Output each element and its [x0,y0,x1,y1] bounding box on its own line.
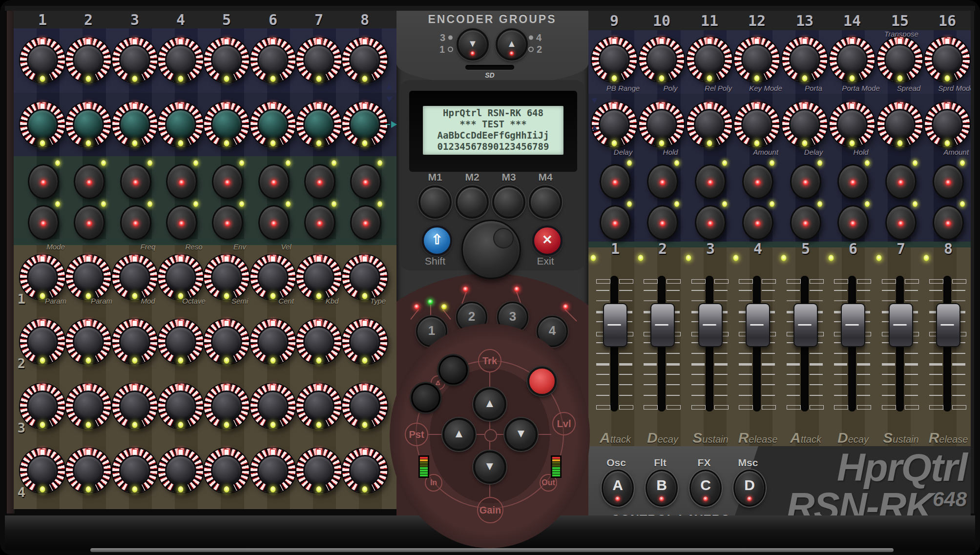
encoder-knob[interactable] [250,102,295,147]
encoder-knob[interactable] [877,102,922,147]
push-button[interactable] [641,160,682,198]
encoder-knob[interactable] [296,384,341,429]
encoder-knob[interactable] [342,255,387,300]
encoder-knob[interactable] [112,319,157,364]
encoder-knob[interactable] [158,384,203,429]
encoder-knob[interactable] [296,255,341,300]
encoder-knob[interactable] [112,38,157,82]
encoder-knob[interactable] [830,37,875,82]
push-button[interactable] [879,201,920,239]
layer-button-d[interactable]: D [733,470,766,507]
nav-encoder-b[interactable] [411,383,440,412]
layer-button-c[interactable]: C [689,470,722,507]
encoder-knob[interactable] [158,102,203,147]
record-red-button[interactable] [527,367,557,396]
fader-cap[interactable] [793,303,818,347]
encoder-knob[interactable] [20,319,65,364]
encoder-knob[interactable] [342,38,387,82]
push-button[interactable] [927,201,968,239]
push-button[interactable] [298,160,339,198]
encoder-knob[interactable] [204,255,249,300]
encoder-knob[interactable] [204,102,249,147]
encoder-knob[interactable] [66,448,111,493]
encoder-knob[interactable] [112,384,157,429]
fader-cap[interactable] [889,303,913,347]
encoder-knob[interactable] [639,37,684,82]
encoder-knob[interactable] [687,37,732,82]
layer-button-a[interactable]: A [602,470,634,507]
push-button[interactable] [784,160,825,198]
push-button[interactable] [206,201,247,239]
encoder-knob[interactable] [66,255,111,300]
push-button[interactable] [736,160,777,198]
push-button[interactable] [344,160,385,198]
nav-left-up-button[interactable]: ▲ [442,418,476,451]
encoder-knob[interactable] [66,384,111,429]
encoder-knob[interactable] [830,102,875,147]
encoder-knob[interactable] [342,448,387,493]
encoder-knob[interactable] [687,102,732,147]
push-button[interactable] [22,160,63,198]
push-button[interactable] [784,201,825,239]
fader-cap[interactable] [841,303,865,347]
nav-right-down-button[interactable]: ▼ [504,418,538,451]
nav-down-button[interactable]: ▼ [473,451,506,484]
encoder-knob[interactable] [342,102,387,147]
encoder-knob[interactable] [782,102,827,147]
encoder-knob[interactable] [112,448,157,493]
encoder-knob[interactable] [734,37,779,82]
encoder-knob[interactable] [877,37,922,82]
encoder-knob[interactable] [342,319,387,364]
push-button[interactable] [689,201,730,239]
nav-encoder-a[interactable] [438,355,468,385]
push-button[interactable] [160,160,201,198]
push-button[interactable] [252,160,293,198]
encoder-knob[interactable] [734,102,779,147]
encoder-knob[interactable] [250,38,295,82]
push-button[interactable] [594,160,635,198]
encoder-knob[interactable] [296,38,341,82]
push-button[interactable] [298,201,339,239]
encoder-knob[interactable] [204,448,249,493]
push-button[interactable] [206,160,247,198]
push-button[interactable] [641,201,682,239]
fader-cap[interactable] [698,303,723,347]
encoder-knob[interactable] [112,255,157,300]
push-button[interactable] [689,160,730,198]
encoder-knob[interactable] [342,384,387,429]
nav-up-button[interactable]: ▲ [473,388,506,421]
encoder-knob[interactable] [204,384,249,429]
encoder-knob[interactable] [20,102,65,147]
encoder-knob[interactable] [20,384,65,429]
push-button[interactable] [252,201,293,239]
encoder-knob[interactable] [20,255,65,300]
encoder-knob[interactable] [296,448,341,493]
push-button[interactable] [879,160,920,198]
encoder-knob[interactable] [250,384,295,429]
encoder-knob[interactable] [158,319,203,364]
push-button[interactable] [68,201,109,239]
encoder-knob[interactable] [20,38,65,82]
encoder-knob[interactable] [204,319,249,364]
fader-cap[interactable] [650,303,675,347]
encoder-knob[interactable] [250,255,295,300]
push-button[interactable] [736,201,777,239]
push-button[interactable] [594,201,635,239]
encoder-knob[interactable] [112,102,157,147]
push-button[interactable] [344,201,385,239]
encoder-knob[interactable] [782,37,827,82]
encoder-knob[interactable] [20,448,65,493]
encoder-knob[interactable] [158,255,203,300]
push-button[interactable] [927,160,968,198]
encoder-knob[interactable] [158,38,203,82]
encoder-knob[interactable] [66,102,111,147]
encoder-knob[interactable] [250,448,295,493]
push-button[interactable] [22,201,63,239]
encoder-knob[interactable] [66,319,111,364]
encoder-knob[interactable] [296,102,341,147]
fader-cap[interactable] [603,303,627,347]
push-button[interactable] [114,201,155,239]
encoder-knob[interactable] [925,102,970,147]
encoder-knob[interactable] [204,38,249,82]
encoder-knob[interactable] [639,102,684,147]
